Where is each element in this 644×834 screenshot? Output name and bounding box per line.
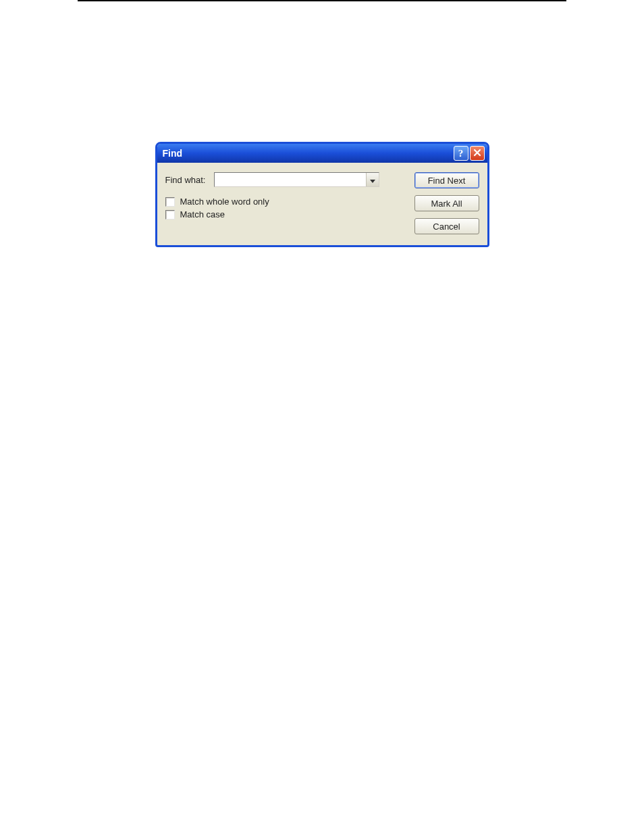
- match-whole-word-row[interactable]: Match whole word only: [165, 197, 401, 207]
- horizontal-rule: [78, 1, 566, 1]
- match-case-label: Match case: [180, 209, 225, 219]
- help-button[interactable]: ?: [454, 146, 468, 161]
- dialog-left-panel: Find what: M: [165, 172, 401, 234]
- cancel-button[interactable]: Cancel: [414, 218, 479, 234]
- combobox-dropdown-button[interactable]: [366, 173, 379, 186]
- find-what-row: Find what:: [165, 172, 401, 187]
- dialog-title: Find: [163, 148, 452, 159]
- match-case-row[interactable]: Match case: [165, 209, 401, 219]
- close-icon: [473, 148, 481, 159]
- dialog-titlebar[interactable]: Find ?: [157, 144, 487, 163]
- close-button[interactable]: [470, 146, 485, 161]
- dialog-body: Find what: M: [157, 163, 487, 245]
- match-whole-word-checkbox[interactable]: [165, 197, 175, 207]
- find-next-button[interactable]: Find Next: [414, 172, 479, 188]
- mark-all-button[interactable]: Mark All: [414, 195, 479, 211]
- find-dialog: Find ? Find what:: [155, 142, 489, 247]
- find-what-label: Find what:: [165, 175, 214, 185]
- document-page: Find ? Find what:: [0, 0, 644, 834]
- find-what-input[interactable]: [215, 173, 366, 186]
- chevron-down-icon: [370, 175, 375, 185]
- match-whole-word-label: Match whole word only: [180, 197, 269, 207]
- help-icon: ?: [458, 148, 464, 159]
- find-what-combobox[interactable]: [214, 172, 379, 187]
- options-group: Match whole word only Match case: [165, 197, 401, 219]
- dialog-button-column: Find Next Mark All Cancel: [414, 172, 479, 234]
- dialog-container: Find ? Find what:: [78, 142, 566, 247]
- match-case-checkbox[interactable]: [165, 210, 175, 219]
